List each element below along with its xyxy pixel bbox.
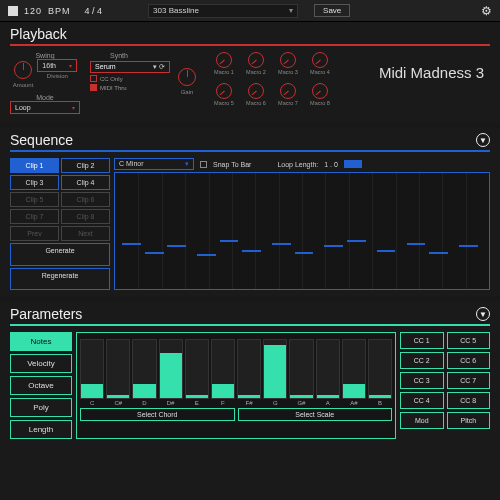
param-tab-poly[interactable]: Poly [10, 398, 72, 417]
cc-button-cc-8[interactable]: CC 8 [447, 392, 491, 409]
mode-select[interactable]: Loop [10, 101, 80, 114]
snap-checkbox[interactable] [200, 161, 207, 168]
cc-only-checkbox[interactable] [90, 75, 97, 82]
note-bar-F[interactable]: F [211, 339, 235, 406]
synth-select[interactable]: Serum [90, 61, 170, 73]
bpm-value[interactable]: 120 [24, 6, 42, 16]
clip-2-button[interactable]: Clip 2 [61, 158, 110, 173]
macro-knob-8[interactable] [312, 83, 328, 99]
preset-select[interactable]: 303 Bassline [148, 4, 298, 18]
cc-only-row[interactable]: CC Only [90, 75, 170, 82]
select-scale-button[interactable]: Select Scale [238, 408, 393, 421]
save-button[interactable]: Save [314, 4, 350, 17]
note-bar-B[interactable]: B [368, 339, 392, 406]
param-tab-notes[interactable]: Notes [10, 332, 72, 351]
macro-3[interactable]: Macro 3 [272, 52, 304, 83]
macro-6[interactable]: Macro 6 [240, 83, 272, 114]
note-bar-F#[interactable]: F# [237, 339, 261, 406]
select-chord-button[interactable]: Select Chord [80, 408, 235, 421]
midi-note[interactable] [145, 252, 164, 254]
division-label: Division [47, 73, 68, 79]
param-tab-octave[interactable]: Octave [10, 376, 72, 395]
note-bar-C[interactable]: C [80, 339, 104, 406]
param-tab-length[interactable]: Length [10, 420, 72, 439]
midi-note[interactable] [242, 250, 261, 252]
cc-button-cc-1[interactable]: CC 1 [400, 332, 444, 349]
macro-knob-2[interactable] [248, 52, 264, 68]
scale-select[interactable]: C Minor [114, 158, 194, 170]
prev-button[interactable]: Prev [10, 226, 59, 241]
midi-note[interactable] [272, 243, 291, 245]
clip-8-button[interactable]: Clip 8 [61, 209, 110, 224]
note-bar-D[interactable]: D [132, 339, 156, 406]
playback-section: Swing Amount 16th Division Mode Loop Syn… [0, 50, 500, 122]
midi-note[interactable] [324, 245, 343, 247]
macro-7[interactable]: Macro 7 [272, 83, 304, 114]
macro-8[interactable]: Macro 8 [304, 83, 336, 114]
amount-label: Amount [13, 82, 34, 88]
gear-icon[interactable]: ⚙ [481, 4, 492, 18]
note-bar-D#[interactable]: D# [159, 339, 183, 406]
macro-knob-7[interactable] [280, 83, 296, 99]
cc-button-mod[interactable]: Mod [400, 412, 444, 429]
parameters-collapse-icon[interactable]: ▼ [476, 307, 490, 321]
cc-button-cc-2[interactable]: CC 2 [400, 352, 444, 369]
macro-5[interactable]: Macro 5 [208, 83, 240, 114]
midi-note[interactable] [167, 245, 186, 247]
cc-button-cc-3[interactable]: CC 3 [400, 372, 444, 389]
macro-knob-3[interactable] [280, 52, 296, 68]
macro-knob-5[interactable] [216, 83, 232, 99]
clip-3-button[interactable]: Clip 3 [10, 175, 59, 190]
midi-note[interactable] [429, 252, 448, 254]
midi-note[interactable] [407, 243, 426, 245]
cc-button-cc-4[interactable]: CC 4 [400, 392, 444, 409]
cc-button-cc-5[interactable]: CC 5 [447, 332, 491, 349]
mode-label: Mode [36, 94, 54, 101]
gain-knob[interactable] [178, 68, 196, 86]
piano-roll[interactable] [114, 172, 490, 290]
cc-button-cc-6[interactable]: CC 6 [447, 352, 491, 369]
macro-knob-6[interactable] [248, 83, 264, 99]
loop-length-slider[interactable] [344, 160, 362, 168]
note-bar-G[interactable]: G [263, 339, 287, 406]
macro-2[interactable]: Macro 2 [240, 52, 272, 83]
midi-thru-checkbox[interactable] [90, 84, 97, 91]
cc-button-pitch[interactable]: Pitch [447, 412, 491, 429]
next-button[interactable]: Next [61, 226, 110, 241]
note-bar-E[interactable]: E [185, 339, 209, 406]
gain-label: Gain [181, 89, 194, 95]
time-signature[interactable]: 4 / 4 [85, 6, 103, 16]
snap-label: Snap To Bar [213, 161, 251, 168]
sequence-section: Clip 1 Clip 2 Clip 3 Clip 4 Clip 5 Clip … [0, 156, 500, 296]
sequence-collapse-icon[interactable]: ▼ [476, 133, 490, 147]
midi-note[interactable] [347, 240, 366, 242]
swing-amount-knob[interactable] [14, 61, 32, 79]
clip-grid: Clip 1 Clip 2 Clip 3 Clip 4 Clip 5 Clip … [10, 158, 110, 290]
generate-button[interactable]: Generate [10, 243, 110, 266]
macro-1[interactable]: Macro 1 [208, 52, 240, 83]
macro-knob-4[interactable] [312, 52, 328, 68]
stop-button[interactable] [8, 6, 18, 16]
clip-4-button[interactable]: Clip 4 [61, 175, 110, 190]
midi-note[interactable] [122, 243, 141, 245]
division-select[interactable]: 16th [37, 59, 77, 72]
note-bar-A[interactable]: A [316, 339, 340, 406]
clip-7-button[interactable]: Clip 7 [10, 209, 59, 224]
param-tab-velocity[interactable]: Velocity [10, 354, 72, 373]
note-bar-G#[interactable]: G# [289, 339, 313, 406]
note-bar-C#[interactable]: C# [106, 339, 130, 406]
clip-1-button[interactable]: Clip 1 [10, 158, 59, 173]
macro-4[interactable]: Macro 4 [304, 52, 336, 83]
midi-note[interactable] [220, 240, 239, 242]
midi-note[interactable] [295, 252, 314, 254]
midi-note[interactable] [197, 254, 216, 256]
macro-knob-1[interactable] [216, 52, 232, 68]
midi-note[interactable] [459, 245, 478, 247]
clip-6-button[interactable]: Clip 6 [61, 192, 110, 207]
cc-button-cc-7[interactable]: CC 7 [447, 372, 491, 389]
clip-5-button[interactable]: Clip 5 [10, 192, 59, 207]
regenerate-button[interactable]: Regenerate [10, 268, 110, 291]
note-bar-A#[interactable]: A# [342, 339, 366, 406]
midi-thru-row[interactable]: MIDI Thru [90, 84, 170, 91]
midi-note[interactable] [377, 250, 396, 252]
